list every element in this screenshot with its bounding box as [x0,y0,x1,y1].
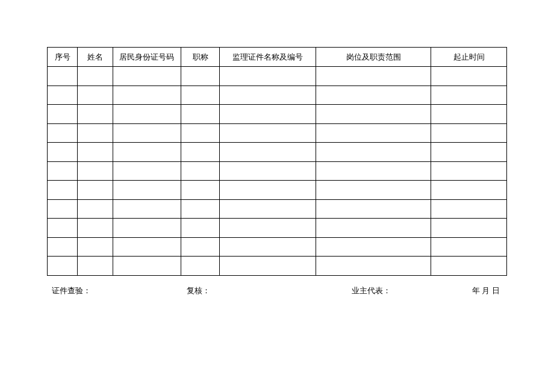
table-cell [431,219,507,238]
header-time: 起止时间 [431,48,507,67]
table-cell [431,257,507,276]
table-row [48,143,507,162]
table-row [48,181,507,200]
table-cell [48,123,78,143]
table-cell [78,161,113,181]
footer-cert-check: 证件查验： [52,285,187,296]
table-cell [78,219,113,238]
table-cell [181,219,220,238]
table-cell [431,237,507,257]
table-row [48,219,507,238]
table-cell [220,143,316,162]
footer-owner-rep: 业主代表： [352,285,472,296]
table-cell [48,181,78,200]
table-cell [78,105,113,124]
table-cell [316,237,431,257]
table-row [48,237,507,257]
table-cell [220,199,316,219]
table-cell [431,181,507,200]
table-cell [113,219,181,238]
table-cell [48,257,78,276]
header-cert: 监理证件名称及编号 [220,48,316,67]
table-cell [431,123,507,143]
table-cell [78,143,113,162]
table-cell [316,257,431,276]
table-cell [113,105,181,124]
table-row [48,199,507,219]
table-cell [181,67,220,86]
header-role: 岗位及职责范围 [316,48,431,67]
header-title: 职称 [181,48,220,67]
table-cell [431,161,507,181]
table-cell [48,237,78,257]
table-cell [48,219,78,238]
table-cell [78,237,113,257]
table-cell [48,199,78,219]
table-cell [48,143,78,162]
table-cell [316,67,431,86]
table-cell [181,181,220,200]
table-cell [220,67,316,86]
table-cell [220,123,316,143]
table-body [48,67,507,276]
table-cell [78,67,113,86]
header-name: 姓名 [78,48,113,67]
table-row [48,161,507,181]
form-container: 序号 姓名 居民身份证号码 职称 监理证件名称及编号 岗位及职责范围 起止时间 … [0,0,554,296]
table-cell [48,105,78,124]
table-cell [316,123,431,143]
table-cell [113,123,181,143]
table-cell [113,143,181,162]
table-cell [316,86,431,105]
table-cell [316,219,431,238]
table-cell [220,161,316,181]
table-cell [181,143,220,162]
footer-row: 证件查验： 复核： 业主代表： 年 月 日 [47,285,507,296]
table-cell [220,219,316,238]
table-cell [113,181,181,200]
header-id: 居民身份证号码 [113,48,181,67]
table-cell [181,257,220,276]
table-row [48,86,507,105]
table-row [48,67,507,86]
table-cell [78,123,113,143]
table-cell [220,237,316,257]
table-cell [78,199,113,219]
table-cell [316,161,431,181]
footer-review: 复核： [187,285,352,296]
table-cell [181,161,220,181]
table-cell [181,123,220,143]
header-seq: 序号 [48,48,78,67]
table-cell [181,199,220,219]
table-cell [431,199,507,219]
table-row [48,123,507,143]
table-header-row: 序号 姓名 居民身份证号码 职称 监理证件名称及编号 岗位及职责范围 起止时间 [48,48,507,67]
table-cell [48,161,78,181]
table-cell [220,105,316,124]
table-cell [431,105,507,124]
table-cell [78,257,113,276]
footer-date: 年 月 日 [472,285,500,296]
table-cell [431,143,507,162]
table-cell [78,86,113,105]
personnel-table: 序号 姓名 居民身份证号码 职称 监理证件名称及编号 岗位及职责范围 起止时间 [47,47,507,276]
table-cell [113,237,181,257]
table-cell [78,181,113,200]
table-cell [316,199,431,219]
table-cell [48,86,78,105]
table-cell [220,257,316,276]
table-cell [113,257,181,276]
table-cell [316,105,431,124]
table-cell [431,86,507,105]
table-cell [181,237,220,257]
table-cell [220,181,316,200]
table-cell [181,105,220,124]
table-cell [113,67,181,86]
table-row [48,257,507,276]
table-cell [220,86,316,105]
table-cell [316,181,431,200]
table-cell [113,199,181,219]
table-cell [113,161,181,181]
table-cell [431,67,507,86]
table-cell [181,86,220,105]
